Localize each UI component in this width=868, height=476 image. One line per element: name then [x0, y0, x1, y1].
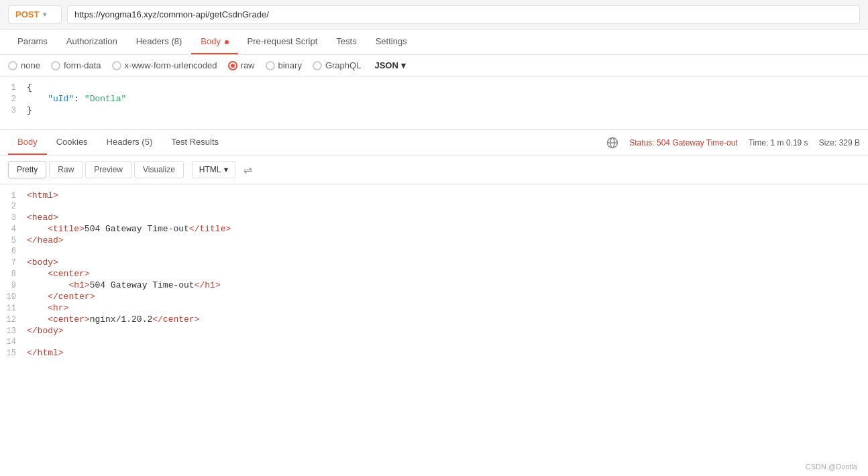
- response-meta: Status: 504 Gateway Time-out Time: 1 m 0…: [606, 137, 860, 149]
- html-chevron: ▾: [224, 165, 228, 174]
- resp-line: 11 <hr>: [0, 302, 868, 314]
- response-time: Time: 1 m 0.19 s: [749, 138, 808, 147]
- resp-line: 6: [0, 246, 868, 257]
- resp-content: <center>: [27, 269, 868, 279]
- option-graphql[interactable]: GraphQL: [313, 60, 361, 70]
- resp-content: </html>: [27, 348, 868, 358]
- option-raw[interactable]: raw: [228, 60, 255, 70]
- resp-linenum: 11: [0, 304, 27, 313]
- json-chevron: ▾: [401, 60, 406, 70]
- resp-line: 15</html>: [0, 347, 868, 359]
- format-preview[interactable]: Preview: [85, 161, 131, 178]
- tab-headers[interactable]: Headers (8): [127, 29, 192, 54]
- resp-line: 4 <title>504 Gateway Time-out</title>: [0, 223, 868, 235]
- resp-linenum: 12: [0, 315, 27, 324]
- globe-icon: [606, 137, 618, 149]
- req-line-2: 2 "uId": "Dontla": [0, 93, 868, 105]
- resp-linenum: 5: [0, 236, 27, 245]
- request-body-editor[interactable]: 1 { 2 "uId": "Dontla" 3 }: [0, 76, 868, 130]
- resp-tab-body[interactable]: Body: [8, 130, 47, 155]
- resp-tab-headers[interactable]: Headers (5): [97, 130, 162, 155]
- resp-content: <center>nginx/1.20.2</center>: [27, 314, 868, 324]
- option-form-data-label: form-data: [64, 60, 101, 70]
- tab-params[interactable]: Params: [8, 29, 57, 54]
- json-format-label: JSON: [374, 60, 398, 70]
- resp-content: <title>504 Gateway Time-out</title>: [27, 224, 868, 234]
- resp-content: </body>: [27, 326, 868, 336]
- resp-linenum: 6: [0, 247, 27, 256]
- json-format-dropdown[interactable]: JSON ▾: [374, 60, 405, 70]
- req-content-1: {: [27, 82, 868, 93]
- response-code-viewer: 1<html>23<head>4 <title>504 Gateway Time…: [0, 184, 868, 364]
- option-binary[interactable]: binary: [266, 60, 302, 70]
- resp-line: 14: [0, 337, 868, 347]
- resp-line: 9 <h1>504 Gateway Time-out</h1>: [0, 280, 868, 291]
- req-linenum-3: 3: [0, 106, 27, 115]
- resp-content: <body>: [27, 257, 868, 267]
- resp-content: <hr>: [27, 303, 868, 313]
- option-form-data[interactable]: form-data: [51, 60, 101, 70]
- req-content-2: "uId": "Dontla": [27, 94, 868, 104]
- resp-linenum: 9: [0, 281, 27, 290]
- tab-body[interactable]: Body: [191, 29, 237, 54]
- resp-content: <html>: [27, 190, 868, 200]
- radio-graphql: [313, 61, 322, 70]
- option-none[interactable]: none: [8, 60, 40, 70]
- response-header: Body Cookies Headers (5) Test Results St…: [0, 130, 868, 156]
- req-line-3: 3 }: [0, 105, 868, 116]
- resp-line: 10 </center>: [0, 291, 868, 302]
- resp-linenum: 3: [0, 213, 27, 223]
- tab-authorization[interactable]: Authorization: [57, 29, 127, 54]
- option-binary-label: binary: [278, 60, 302, 70]
- resp-tab-cookies[interactable]: Cookies: [47, 130, 97, 155]
- req-line-1: 1 {: [0, 82, 868, 93]
- option-raw-label: raw: [241, 60, 255, 70]
- resp-line: 2: [0, 201, 868, 212]
- format-visualize[interactable]: Visualize: [134, 161, 184, 178]
- option-urlencoded-label: x-www-form-urlencoded: [125, 60, 217, 70]
- resp-linenum: 4: [0, 225, 27, 234]
- option-urlencoded[interactable]: x-www-form-urlencoded: [112, 60, 217, 70]
- tab-settings[interactable]: Settings: [366, 29, 417, 54]
- response-format-bar: Pretty Raw Preview Visualize HTML ▾ ⇌: [0, 156, 868, 184]
- resp-line: 3<head>: [0, 212, 868, 223]
- html-format-dropdown[interactable]: HTML ▾: [192, 161, 235, 178]
- request-tabs: Params Authorization Headers (8) Body Pr…: [0, 29, 868, 55]
- radio-binary: [266, 61, 275, 70]
- resp-linenum: 14: [0, 337, 27, 347]
- format-pretty[interactable]: Pretty: [8, 161, 46, 178]
- option-graphql-label: GraphQL: [325, 60, 361, 70]
- resp-linenum: 8: [0, 270, 27, 279]
- resp-linenum: 7: [0, 258, 27, 267]
- resp-linenum: 1: [0, 191, 27, 200]
- response-status: Status: 504 Gateway Time-out: [629, 138, 737, 147]
- radio-none: [8, 61, 17, 70]
- method-select[interactable]: POST ▾: [8, 5, 62, 23]
- radio-raw: [228, 61, 237, 70]
- resp-line: 7<body>: [0, 257, 868, 268]
- radio-urlencoded: [112, 61, 121, 70]
- response-tabs: Body Cookies Headers (5) Test Results: [8, 130, 606, 155]
- req-linenum-1: 1: [0, 83, 27, 93]
- resp-line: 1<html>: [0, 190, 868, 201]
- method-label: POST: [15, 9, 39, 19]
- resp-content: <h1>504 Gateway Time-out</h1>: [27, 280, 868, 290]
- method-chevron: ▾: [43, 11, 46, 18]
- tab-prerequest[interactable]: Pre-request Script: [238, 29, 327, 54]
- req-linenum-2: 2: [0, 95, 27, 104]
- tab-tests[interactable]: Tests: [327, 29, 366, 54]
- url-bar: POST ▾: [0, 0, 868, 29]
- req-content-3: }: [27, 105, 868, 115]
- option-none-label: none: [21, 60, 40, 70]
- resp-line: 8 <center>: [0, 268, 868, 280]
- resp-line: 12 <center>nginx/1.20.2</center>: [0, 314, 868, 325]
- resp-tab-test-results[interactable]: Test Results: [162, 130, 228, 155]
- wrap-icon[interactable]: ⇌: [243, 164, 252, 176]
- url-input[interactable]: [67, 5, 860, 23]
- resp-line: 5</head>: [0, 235, 868, 246]
- resp-content: </center>: [27, 292, 868, 302]
- resp-line: 13</body>: [0, 325, 868, 337]
- resp-linenum: 13: [0, 326, 27, 336]
- format-raw[interactable]: Raw: [49, 161, 83, 178]
- response-size: Size: 329 B: [819, 138, 860, 147]
